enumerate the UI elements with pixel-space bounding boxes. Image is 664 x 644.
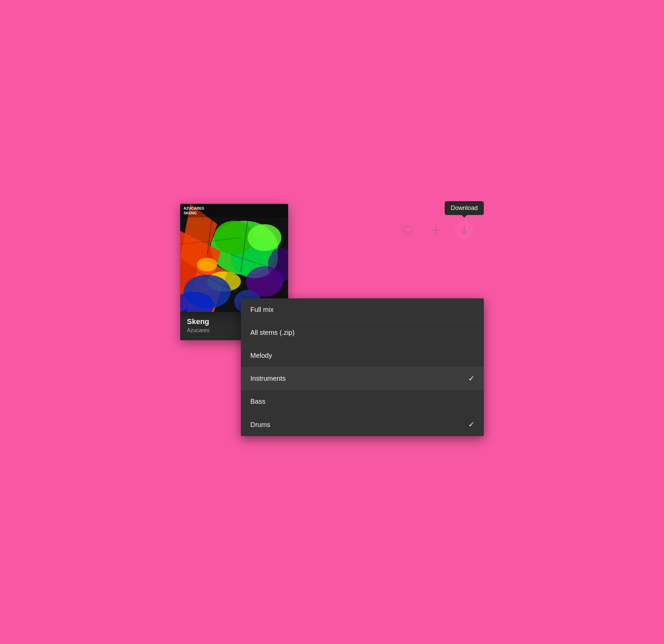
svg-text:AZUCARES: AZUCARES — [184, 206, 204, 210]
tooltip-text: Download — [451, 204, 478, 211]
menu-item-label-instruments: Instruments — [250, 375, 286, 382]
heart-icon — [401, 224, 414, 236]
menu-item-label-drums: Drums — [250, 421, 270, 429]
menu-item-instruments[interactable]: Instruments✓ — [241, 367, 484, 390]
menu-item-label-bass: Bass — [250, 398, 265, 405]
menu-item-full-mix[interactable]: Full mix — [241, 298, 484, 321]
download-icon — [458, 224, 470, 236]
menu-item-check-drums: ✓ — [468, 420, 474, 429]
like-button[interactable] — [398, 221, 417, 240]
action-buttons: Download — [398, 221, 474, 240]
menu-item-bass[interactable]: Bass — [241, 390, 484, 413]
menu-item-drums[interactable]: Drums✓ — [241, 413, 484, 436]
menu-item-melody[interactable]: Melody — [241, 344, 484, 367]
download-button-wrapper: Download — [455, 221, 474, 240]
add-button[interactable] — [427, 221, 445, 240]
album-art-svg: AZUCARES SKENG — [180, 204, 288, 312]
main-scene: AZUCARES SKENG Skeng Azucares Downlo — [180, 204, 484, 440]
download-tooltip: Download — [445, 201, 484, 215]
svg-point-9 — [197, 258, 217, 271]
menu-item-label-full-mix: Full mix — [250, 306, 274, 314]
menu-item-check-instruments: ✓ — [468, 374, 474, 383]
download-dropdown: Full mixAll stems (.zip)MelodyInstrument… — [241, 298, 484, 436]
svg-point-4 — [248, 224, 282, 251]
menu-item-all-stems[interactable]: All stems (.zip) — [241, 321, 484, 344]
plus-icon — [430, 224, 442, 236]
album-art: AZUCARES SKENG — [180, 204, 288, 312]
menu-item-label-melody: Melody — [250, 352, 272, 360]
svg-text:SKENG: SKENG — [184, 211, 197, 215]
menu-item-label-all-stems: All stems (.zip) — [250, 329, 294, 337]
download-button[interactable] — [455, 221, 474, 240]
svg-rect-20 — [180, 204, 288, 217]
